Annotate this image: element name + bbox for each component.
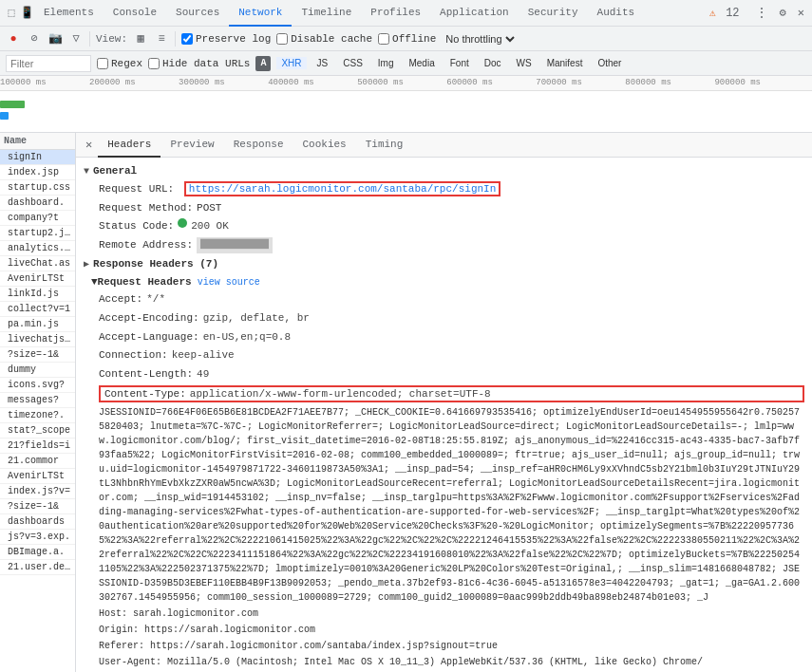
response-headers-title: Response Headers (7) bbox=[93, 258, 218, 270]
tab-preview[interactable]: Preview bbox=[161, 133, 223, 158]
file-item-messages[interactable]: messages? bbox=[0, 393, 75, 408]
file-item-signin[interactable]: signIn bbox=[0, 150, 75, 165]
file-item-linkid[interactable]: linkId.js bbox=[0, 287, 75, 302]
filter-other[interactable]: Other bbox=[593, 57, 626, 69]
file-item-21common[interactable]: 21.commor bbox=[0, 454, 75, 469]
file-item-21fields[interactable]: 21?fields=i bbox=[0, 439, 75, 454]
tab-profiles[interactable]: Profiles bbox=[361, 0, 430, 27]
filter-manifest[interactable]: Manifest bbox=[542, 57, 588, 69]
tick-1: 200000 ms bbox=[89, 78, 136, 87]
content-length-value: 49 bbox=[197, 366, 209, 383]
host-value: Host: sarah.logicmonitor.com bbox=[76, 606, 812, 622]
tick-6: 700000 ms bbox=[536, 78, 582, 87]
tab-cookies[interactable]: Cookies bbox=[293, 133, 355, 158]
preserve-log-checkbox[interactable]: Preserve log bbox=[181, 33, 271, 45]
file-item-dbimage[interactable]: DBImage.a. bbox=[0, 545, 75, 560]
file-item-analytics[interactable]: analytics.js bbox=[0, 241, 75, 256]
tab-application[interactable]: Application bbox=[430, 0, 519, 27]
filter-input[interactable] bbox=[6, 55, 91, 72]
filter-img[interactable]: Img bbox=[373, 57, 399, 69]
request-headers-section[interactable]: ▼ Request Headers view source bbox=[76, 273, 812, 290]
file-item-icons[interactable]: icons.svg? bbox=[0, 378, 75, 393]
tab-security[interactable]: Security bbox=[519, 0, 588, 27]
devtools-tabbar: ⬚ 📱 Elements Console Sources Network Tim… bbox=[0, 0, 812, 27]
file-item-dashboard[interactable]: dashboard. bbox=[0, 196, 75, 211]
request-method-value: POST bbox=[197, 200, 221, 217]
file-item-index[interactable]: index.jsp bbox=[0, 165, 75, 180]
tab-timing[interactable]: Timing bbox=[356, 133, 413, 158]
tick-4: 500000 ms bbox=[357, 78, 404, 87]
hide-data-urls-checkbox[interactable]: Hide data URLs bbox=[148, 58, 250, 69]
tab-console[interactable]: Console bbox=[104, 0, 166, 27]
file-item-timezone[interactable]: timezone?. bbox=[0, 408, 75, 423]
file-item-collect[interactable]: collect?v=1 bbox=[0, 302, 75, 317]
device-icon[interactable]: 📱 bbox=[19, 6, 34, 21]
clear-button[interactable]: ⊘ bbox=[27, 31, 42, 47]
tab-timeline[interactable]: Timeline bbox=[292, 0, 361, 27]
file-item-startup-css[interactable]: startup.css bbox=[0, 180, 75, 196]
request-url-value: https://sarah.logicmonitor.com/santaba/r… bbox=[184, 181, 500, 196]
offline-checkbox[interactable]: Offline bbox=[378, 33, 436, 45]
file-item-stat[interactable]: stat?_scope bbox=[0, 423, 75, 439]
filter-xhr[interactable]: XHR bbox=[276, 57, 306, 69]
regex-input[interactable] bbox=[97, 58, 108, 69]
file-item-avenir2[interactable]: AvenirLTSt bbox=[0, 469, 75, 484]
list-view-icon[interactable]: ≡ bbox=[154, 31, 169, 47]
right-panel: ✕ Headers Preview Response Cookies Timin… bbox=[76, 133, 812, 672]
file-item-dummy[interactable]: dummy bbox=[0, 363, 75, 378]
element-picker-icon[interactable]: ⬚ bbox=[4, 6, 19, 21]
tab-sources[interactable]: Sources bbox=[166, 0, 229, 27]
disable-cache-input[interactable] bbox=[276, 33, 288, 45]
general-section-header[interactable]: ▼ General bbox=[76, 161, 812, 180]
tab-network[interactable]: Network bbox=[229, 0, 292, 27]
warning-icon[interactable]: ⚠ 12 bbox=[706, 5, 747, 22]
response-headers-section[interactable]: ▶ Response Headers (7) bbox=[76, 254, 812, 273]
tick-8: 900000 ms bbox=[714, 78, 761, 87]
filter-js[interactable]: JS bbox=[312, 57, 333, 69]
remote-address-row: Remote Address: ████████████ bbox=[76, 236, 812, 255]
filter-css[interactable]: CSS bbox=[338, 57, 368, 69]
file-item-jsv3[interactable]: js?v=3.exp. bbox=[0, 530, 75, 545]
response-triangle: ▶ bbox=[84, 258, 89, 270]
file-item-21user[interactable]: 21.user.def. bbox=[0, 560, 75, 575]
accept-encoding-label: Accept-Encoding: bbox=[99, 310, 199, 327]
file-item-livechatjs[interactable]: livechatjs.a bbox=[0, 332, 75, 347]
filter-button[interactable]: ▽ bbox=[68, 31, 84, 47]
file-item-indexjs[interactable]: index.js?v= bbox=[0, 484, 75, 499]
separator-2 bbox=[175, 31, 176, 47]
more-icon[interactable]: ⋮ bbox=[751, 3, 772, 23]
panel-close-button[interactable]: ✕ bbox=[80, 138, 98, 152]
throttle-select[interactable]: No throttling bbox=[442, 32, 518, 46]
accept-encoding-value: gzip, deflate, br bbox=[203, 310, 310, 327]
view-source-link[interactable]: view source bbox=[198, 277, 260, 288]
hide-data-urls-input[interactable] bbox=[148, 58, 160, 69]
accept-value: */* bbox=[146, 291, 165, 308]
close-icon[interactable]: ✕ bbox=[794, 4, 808, 22]
filter-doc[interactable]: Doc bbox=[480, 57, 506, 69]
content-type-label: Content-Type: bbox=[104, 388, 186, 400]
tab-elements[interactable]: Elements bbox=[34, 0, 104, 27]
offline-input[interactable] bbox=[378, 33, 389, 45]
file-item-size1[interactable]: ?size=-1& bbox=[0, 347, 75, 363]
file-item-pa[interactable]: pa.min.js bbox=[0, 317, 75, 332]
file-item-dashboards[interactable]: dashboards bbox=[0, 514, 75, 530]
tab-headers[interactable]: Headers bbox=[98, 133, 161, 158]
regex-checkbox[interactable]: Regex bbox=[97, 58, 142, 69]
disable-cache-checkbox[interactable]: Disable cache bbox=[276, 33, 372, 45]
file-item-startup2[interactable]: startup2.js? bbox=[0, 226, 75, 241]
filter-ws[interactable]: WS bbox=[512, 57, 537, 69]
grid-view-icon[interactable]: ▦ bbox=[133, 31, 148, 47]
tab-audits[interactable]: Audits bbox=[588, 0, 645, 27]
tab-response[interactable]: Response bbox=[224, 133, 293, 158]
filter-media[interactable]: Media bbox=[404, 57, 439, 69]
filter-font[interactable]: Font bbox=[445, 57, 474, 69]
panel-tabs: ✕ Headers Preview Response Cookies Timin… bbox=[76, 133, 812, 158]
file-item-avenir1[interactable]: AvenirLTSt bbox=[0, 271, 75, 287]
record-button[interactable]: ● bbox=[6, 31, 21, 47]
settings-icon[interactable]: ⚙ bbox=[776, 4, 790, 22]
file-item-company[interactable]: company?t bbox=[0, 211, 75, 226]
file-item-size2[interactable]: ?size=-1& bbox=[0, 499, 75, 514]
file-item-livechat[interactable]: liveChat.as bbox=[0, 256, 75, 271]
preserve-log-input[interactable] bbox=[181, 33, 193, 45]
screenshot-button[interactable]: 📷 bbox=[47, 31, 63, 47]
